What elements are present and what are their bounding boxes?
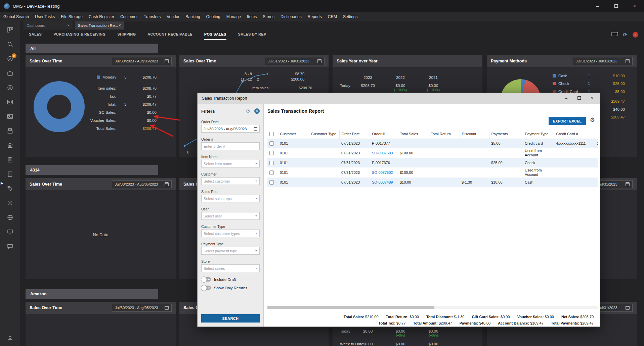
chevron-down-icon: ▼ bbox=[255, 232, 257, 235]
menu-settings[interactable]: Settings bbox=[343, 14, 357, 19]
row-checkbox[interactable] bbox=[269, 161, 274, 165]
subtab-pos-sales[interactable]: POS SALES bbox=[204, 30, 226, 40]
contacts-icon[interactable] bbox=[6, 98, 14, 106]
close-report-icon[interactable]: × bbox=[633, 32, 638, 38]
menu-items[interactable]: Items bbox=[247, 14, 257, 19]
menu-crm[interactable]: CRM bbox=[328, 14, 337, 19]
keyboard-icon[interactable] bbox=[611, 32, 618, 38]
item-name-select[interactable]: Select item name▼ bbox=[201, 160, 260, 167]
refresh-icon[interactable]: ⟳ bbox=[623, 32, 628, 38]
order-link[interactable]: SO-0037503 bbox=[370, 148, 398, 158]
date-range-picker[interactable]: Jul/31/2023 - Jul/31/2023 bbox=[265, 57, 325, 65]
order-link[interactable]: SO-0037502 bbox=[370, 167, 398, 178]
filters-panel: Filters ⟳ × Order Date Jul/30/2023 - Aug… bbox=[198, 104, 264, 327]
order-date-input[interactable]: Jul/30/2023 - Aug/05/2023 bbox=[201, 125, 260, 133]
table-row[interactable]: 0101 07/31/2023P-0017376 $25.00 Check bbox=[267, 158, 598, 167]
menu-customer[interactable]: Customer bbox=[120, 14, 138, 19]
subtab-sales-by-rep[interactable]: SALES BY REP bbox=[238, 30, 266, 40]
panel-title: Sales Over Time bbox=[30, 59, 62, 63]
tab-close-icon[interactable]: × bbox=[67, 23, 70, 28]
date-range-picker[interactable]: Jul/30/2023 - Aug/05/2023 bbox=[112, 304, 172, 312]
date-range-picker[interactable]: Jul/30/2023 - Aug/05/2023 bbox=[112, 180, 172, 188]
show-only-returns-toggle[interactable] bbox=[201, 286, 211, 290]
select-all-checkbox[interactable] bbox=[269, 132, 274, 136]
subtab-purchasing-receiving[interactable]: PURCHASING & RECEIVING bbox=[53, 30, 105, 40]
menu-transfers[interactable]: Transfers bbox=[144, 14, 161, 19]
subtab-account-receivable[interactable]: ACCOUNT RECEIVABLE bbox=[147, 30, 192, 40]
menu-quoting[interactable]: Quoting bbox=[206, 14, 220, 19]
row-checkbox[interactable] bbox=[269, 170, 274, 175]
tags-icon[interactable] bbox=[6, 185, 14, 192]
row-checkbox[interactable] bbox=[269, 151, 274, 155]
table-row[interactable]: 0101 07/31/2023SO-0037502 $100.00 Used f… bbox=[267, 167, 598, 178]
boards-icon[interactable] bbox=[6, 26, 14, 34]
dialog-minimize-button[interactable]: – bbox=[565, 96, 567, 100]
tab-dashboard[interactable]: Dashboard × bbox=[24, 21, 73, 30]
menu-file-storage[interactable]: File Storage bbox=[61, 14, 83, 19]
user-select[interactable]: Select user▼ bbox=[201, 212, 260, 220]
dialog-maximize-button[interactable] bbox=[577, 96, 581, 100]
include-draft-toggle[interactable] bbox=[201, 277, 211, 282]
horizontal-scrollbar[interactable] bbox=[267, 306, 598, 309]
date-range-picker[interactable]: Jul/31/2023 - Jul/31/2023 bbox=[573, 57, 633, 65]
media-icon[interactable] bbox=[6, 113, 14, 120]
tab-sales-transaction-report[interactable]: Sales Transaction Re... × bbox=[75, 21, 124, 30]
clipboard-icon[interactable] bbox=[6, 156, 14, 163]
chevron-down-icon: ▼ bbox=[255, 215, 257, 217]
chevron-down-icon: ▼ bbox=[255, 162, 257, 165]
tasks-icon[interactable]: 9 bbox=[6, 55, 14, 62]
order-link[interactable]: SO-0037489 bbox=[370, 178, 398, 187]
row-checkbox[interactable] bbox=[269, 180, 274, 185]
legend-swatch bbox=[553, 74, 556, 78]
menu-stores[interactable]: Stores bbox=[263, 14, 274, 19]
payment-type-select[interactable]: Select payment type▼ bbox=[201, 247, 260, 255]
table-row[interactable]: 0101 07/31/2023SO-0037503 $100.00 Used f… bbox=[267, 148, 598, 158]
window-maximize-button[interactable] bbox=[614, 4, 618, 8]
dialog-close-button[interactable]: × bbox=[591, 96, 593, 100]
export-excel-button[interactable]: EXPORT EXCEL bbox=[549, 117, 586, 125]
menu-cash-register[interactable]: Cash Register bbox=[89, 14, 114, 19]
tab-close-icon[interactable]: × bbox=[119, 23, 121, 28]
briefcase-icon[interactable] bbox=[6, 69, 14, 77]
menu-global-search[interactable]: Global Search bbox=[3, 14, 29, 19]
menu-vendor[interactable]: Vendor bbox=[167, 14, 179, 19]
dialog-titlebar[interactable]: Sales Transaction Report – × bbox=[198, 93, 600, 104]
customer-select[interactable]: Select customer▼ bbox=[201, 177, 260, 185]
sidebar-expander-icon[interactable]: ▶ bbox=[1, 181, 3, 185]
item-sales-summary: Item sales:$208.70 bbox=[252, 86, 312, 90]
customer-type-select[interactable]: Select customer types▼ bbox=[201, 230, 260, 237]
notes-icon[interactable] bbox=[6, 170, 14, 178]
filters-refresh-icon[interactable]: ⟳ bbox=[246, 108, 250, 114]
filters-close-icon[interactable]: × bbox=[254, 108, 260, 114]
monitor-icon[interactable] bbox=[6, 228, 14, 236]
subtab-sales[interactable]: SALES bbox=[29, 30, 42, 40]
user-icon[interactable] bbox=[6, 335, 14, 342]
row-checkbox[interactable] bbox=[269, 141, 274, 146]
window-close-button[interactable]: × bbox=[633, 4, 636, 8]
order-number-input[interactable] bbox=[201, 142, 260, 150]
sales-rep-select[interactable]: Select sales reps▼ bbox=[201, 195, 260, 202]
table-row[interactable]: 0101 07/31/2023SO-0037489 $10.00 $-1.30$… bbox=[267, 178, 598, 187]
table-settings-gear-icon[interactable]: ⚙ bbox=[590, 117, 595, 123]
globe-icon[interactable] bbox=[6, 214, 14, 221]
subtab-bar-actions: ⟳ × bbox=[611, 32, 644, 38]
window-minimize-button[interactable]: – bbox=[596, 4, 599, 8]
scrollbar-thumb[interactable] bbox=[267, 306, 434, 309]
subtab-shipping[interactable]: SHIPPING bbox=[117, 30, 136, 40]
cash-register-icon[interactable] bbox=[6, 127, 14, 135]
menu-dictionaries[interactable]: Dictionaries bbox=[281, 14, 302, 19]
search-button[interactable]: SEARCH bbox=[201, 314, 260, 323]
chat-icon[interactable] bbox=[6, 243, 14, 250]
menu-user-tasks[interactable]: User Tasks bbox=[35, 14, 55, 19]
date-range-picker[interactable]: Jul/30/2023 - Aug/05/2023 bbox=[112, 57, 172, 65]
menu-banking[interactable]: Banking bbox=[185, 14, 200, 19]
search-icon[interactable] bbox=[6, 41, 14, 48]
store-select[interactable]: Select stores▼ bbox=[201, 264, 260, 272]
table-row[interactable]: 0101 07/31/2023P-0017377 $5.00 Credit ca… bbox=[267, 139, 598, 148]
bank-icon[interactable] bbox=[6, 142, 14, 149]
sales-dollar-icon[interactable]: $ bbox=[6, 84, 14, 91]
settings-gear-icon[interactable] bbox=[6, 199, 14, 207]
tab-strip: Dashboard × Sales Transaction Re... × bbox=[20, 21, 644, 30]
menu-reports[interactable]: Reports bbox=[308, 14, 322, 19]
menu-manage[interactable]: Manage bbox=[226, 14, 241, 19]
